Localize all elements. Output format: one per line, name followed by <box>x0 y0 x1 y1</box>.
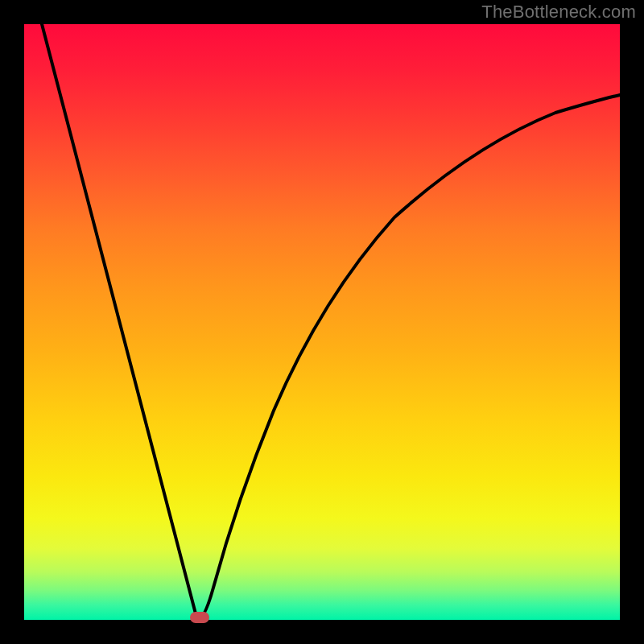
optimal-point-marker <box>190 612 209 623</box>
watermark-text: TheBottleneck.com <box>481 2 636 23</box>
curve-path <box>42 24 620 620</box>
bottleneck-curve <box>24 24 620 620</box>
chart-frame: TheBottleneck.com <box>0 0 644 644</box>
